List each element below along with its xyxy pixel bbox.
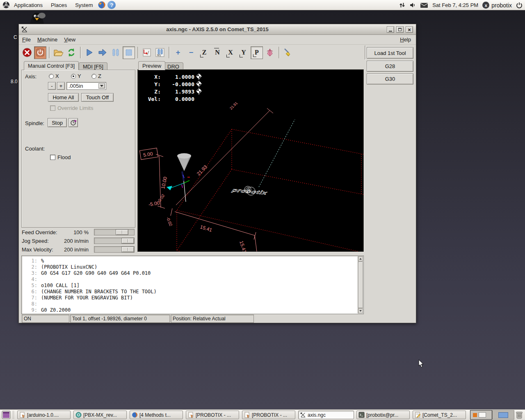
view-rotated-top-button[interactable]: N [211,46,224,59]
workspace-1[interactable] [470,410,492,420]
menu-applications[interactable]: Applications [10,0,47,10]
estop-button[interactable] [21,46,33,59]
scroll-up-button[interactable] [358,256,363,261]
ubuntu-logo-icon[interactable] [2,1,10,9]
slider-handle[interactable] [121,247,134,252]
badge-glyph: x [485,3,487,8]
gcode-listing[interactable]: 1:% 2:(PROBOTIX LinuxCNC) 3:G0 G54 G17 G… [21,256,364,314]
slider-handle[interactable] [116,229,128,235]
gcode-line[interactable]: 8: [22,301,363,307]
jog-increment-select[interactable]: .005in [66,82,106,90]
max-velocity-slider[interactable] [94,246,135,253]
home-all-button[interactable]: Home All [48,93,79,102]
task-comet-editor[interactable]: [Comet_TS_2... [413,411,466,419]
g30-button[interactable]: G30 [367,73,413,84]
view-front-button[interactable]: Y [237,46,250,59]
show-desktop-button[interactable] [2,411,11,420]
feed-override-slider[interactable] [94,229,135,235]
gcode-line[interactable]: 9:G0 Z0.2000 [22,307,363,313]
task-terminal[interactable]: [probotix@pr... [356,411,410,419]
tab-preview[interactable]: Preview [138,61,165,70]
task-firefox[interactable]: [4 Methods t... [130,411,183,419]
slider-handle[interactable] [121,238,134,244]
workspace-2[interactable] [492,410,514,420]
tab-mdi[interactable]: MDI [F5] [79,62,107,70]
machine-power-button[interactable] [34,46,46,59]
reload-file-button[interactable] [65,46,78,59]
menu-machine[interactable]: Machine [34,35,61,44]
clear-plot-button[interactable] [282,46,294,59]
menu-view[interactable]: View [61,35,79,44]
user-menu[interactable]: x probotix [482,2,512,9]
gcode-line[interactable]: 6:(CHANGE NUMBER IN BRACKETS TO THE TOOL… [22,289,363,295]
task-pbx-mx[interactable]: [PBX-MX_rev... [73,411,127,419]
zoom-in-button[interactable]: + [172,46,184,59]
view-top-button[interactable]: Z [198,46,210,59]
spindle-stop-button[interactable]: Stop [48,118,67,127]
jog-speed-value: 200 in/min [55,238,89,244]
feed-override-row: Feed Override: 100 % [19,228,138,236]
stop-program-button[interactable] [123,46,135,59]
task-probotix-1[interactable]: [PROBOTIX - ... [186,411,239,419]
axis-radio-x[interactable]: X [49,73,59,79]
pause-program-button[interactable] [110,46,122,59]
gcode-line[interactable]: 3:G0 G54 G17 G20 G90 G40 G49 G64 P0.010 [22,270,363,276]
titlebar[interactable]: axis.ngc - AXIS 2.5.0 on Comet_TS_2015 × [19,24,416,35]
mail-notification-icon[interactable] [420,2,428,8]
menu-file[interactable]: File [19,35,34,44]
gcode-line[interactable]: 5:o100 CALL [1] [22,283,363,289]
volume-icon[interactable] [409,2,416,8]
network-updown-icon[interactable] [399,2,405,8]
radio-x[interactable] [49,74,54,79]
load-first-tool-button[interactable]: Load 1st Tool [367,47,413,59]
spindle-turn-button[interactable] [68,118,78,127]
tux-desktop-icon[interactable] [28,11,46,24]
preview-canvas[interactable]: 5.00 10.00 -0.02 -5.00 -0.02 15.41 21.93… [137,69,364,252]
gcode-line[interactable]: 2:(PROBOTIX LinuxCNC) [22,264,363,270]
open-file-button[interactable] [52,46,64,59]
g28-button[interactable]: G28 [367,61,413,72]
gcode-line[interactable]: 1:% [22,258,363,264]
jog-minus-button[interactable]: - [48,82,56,90]
menu-system[interactable]: System [71,0,97,10]
dro-x-row: X: 1.0000 [143,73,202,80]
jog-speed-slider[interactable] [94,237,135,244]
skip-lines-toggle[interactable]: / [141,46,153,59]
step-line-button[interactable] [96,46,109,59]
view-perspective-button[interactable]: P [251,46,263,59]
jog-plus-button[interactable]: + [57,82,65,90]
optional-pause-toggle[interactable]: M1 [154,46,166,59]
shutdown-icon[interactable] [516,2,523,9]
menu-places[interactable]: Places [47,0,71,10]
panel-clock[interactable]: Sat Feb 7, 4:25 PM [432,2,478,8]
rotate-mode-button[interactable] [264,46,276,59]
maximize-button[interactable] [396,26,404,33]
view-side-button[interactable]: X [224,46,237,59]
run-program-button[interactable] [83,46,96,59]
close-button[interactable]: × [406,26,413,33]
touch-off-button[interactable]: Touch Off [81,93,114,102]
flood-box[interactable] [50,155,55,160]
trash-applet-icon[interactable] [515,411,523,420]
tab-manual-control[interactable]: Manual Control [F3] [24,61,79,70]
flood-checkbox[interactable]: Flood [50,154,71,160]
task-axis-active[interactable]: axis.ngc [298,411,354,419]
task-arduino[interactable]: [arduino-1.0.... [17,411,71,419]
radio-y[interactable] [71,74,76,79]
radio-z[interactable] [91,74,96,79]
help-launcher-icon[interactable]: ? [107,1,116,9]
scrollbar-thumb[interactable] [358,262,363,308]
gcode-scrollbar[interactable] [358,256,363,313]
taskbar-drag-handle[interactable] [12,411,14,419]
scroll-down-button[interactable] [358,308,363,313]
menu-help[interactable]: Help [397,35,414,44]
zoom-out-button[interactable]: − [185,46,197,59]
gcode-line[interactable]: 4: [22,276,363,283]
task-probotix-2[interactable]: [PROBOTIX - ... [242,411,295,419]
axis-radio-z[interactable]: Z [91,73,101,79]
minimize-button[interactable] [387,26,394,33]
firefox-launcher-icon[interactable] [98,1,106,9]
axis-radio-y[interactable]: Y [71,73,81,79]
gcode-line[interactable]: 7:(NUMBER FOR YOUR ENGRAVING BIT) [22,295,363,301]
combo-dropdown-button[interactable] [98,83,105,89]
